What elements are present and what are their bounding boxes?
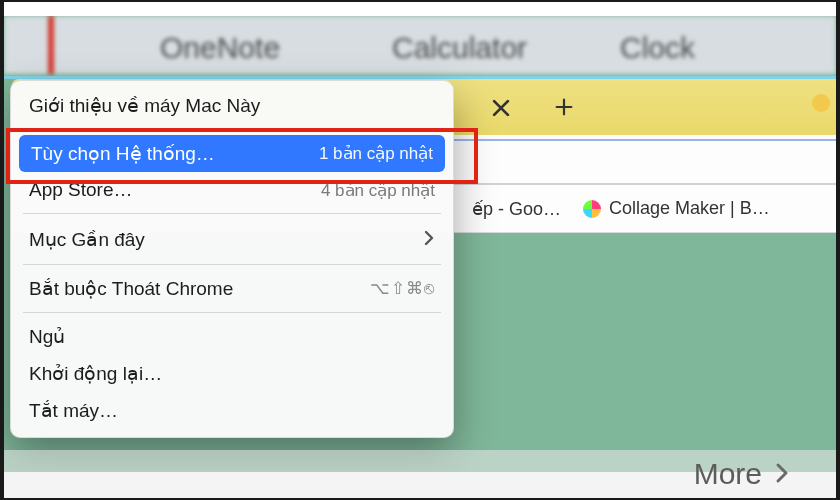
close-icon[interactable] [490, 97, 512, 119]
menu-item-force-quit[interactable]: Bắt buộc Thoát Chrome ⌥⇧⌘⎋ [11, 270, 453, 307]
bookmark-item-bep[interactable]: ếp - Goo… [464, 194, 569, 224]
menu-item-label: Khởi động lại… [29, 362, 162, 385]
screenshot-body: OneNote Calculator Clock [4, 16, 836, 472]
menu-item-hint: 4 bản cập nhật [321, 180, 435, 201]
app-label-calculator: Calculator [392, 31, 527, 65]
overlay-label: More [694, 457, 762, 491]
menu-separator [23, 312, 441, 313]
collage-favicon-icon [583, 200, 601, 218]
bookmark-label: Collage Maker | B… [609, 198, 770, 219]
extension-badge-icon[interactable] [812, 94, 830, 112]
menu-item-label: Tắt máy… [29, 399, 118, 422]
menu-item-hint: 1 bản cập nhật [319, 143, 433, 164]
bookmark-item-collage[interactable]: Collage Maker | B… [575, 194, 778, 223]
new-tab-button[interactable] [548, 91, 580, 123]
chevron-right-icon [423, 226, 435, 252]
menu-separator [23, 129, 441, 130]
menu-item-label: Tùy chọn Hệ thống… [31, 142, 215, 165]
menu-item-label: Ngủ [29, 325, 65, 348]
menu-item-app-store[interactable]: App Store… 4 bản cập nhật [11, 172, 453, 208]
menu-item-shortcut: ⌥⇧⌘⎋ [370, 278, 435, 299]
menubar-divider [4, 76, 836, 79]
screenshot-stage: OneNote Calculator Clock [0, 0, 840, 500]
menu-separator [23, 213, 441, 214]
desktop-app-labels: OneNote Calculator Clock [4, 22, 836, 74]
menu-item-system-preferences[interactable]: Tùy chọn Hệ thống… 1 bản cập nhật [19, 135, 445, 172]
menu-item-label: Giới thiệu về máy Mac Này [29, 94, 260, 117]
menu-separator [23, 264, 441, 265]
menu-item-label: Mục Gần đây [29, 228, 145, 251]
app-label-clock: Clock [620, 31, 695, 65]
chevron-right-icon [774, 457, 790, 491]
menu-item-about-mac[interactable]: Giới thiệu về máy Mac Này [11, 87, 453, 124]
menu-item-restart[interactable]: Khởi động lại… [11, 355, 453, 392]
menu-item-sleep[interactable]: Ngủ [11, 318, 453, 355]
app-label-onenote: OneNote [160, 31, 280, 65]
watermark-more-overlay[interactable]: More [4, 450, 836, 498]
menu-item-shutdown[interactable]: Tắt máy… [11, 392, 453, 429]
bookmark-label: ếp - Goo… [472, 198, 561, 220]
menu-item-recent[interactable]: Mục Gần đây [11, 219, 453, 259]
screenshot-frame: OneNote Calculator Clock [4, 2, 836, 498]
menu-item-label: Bắt buộc Thoát Chrome [29, 277, 233, 300]
menu-item-label: App Store… [29, 179, 133, 201]
apple-menu: Giới thiệu về máy Mac Này Tùy chọn Hệ th… [10, 80, 454, 438]
